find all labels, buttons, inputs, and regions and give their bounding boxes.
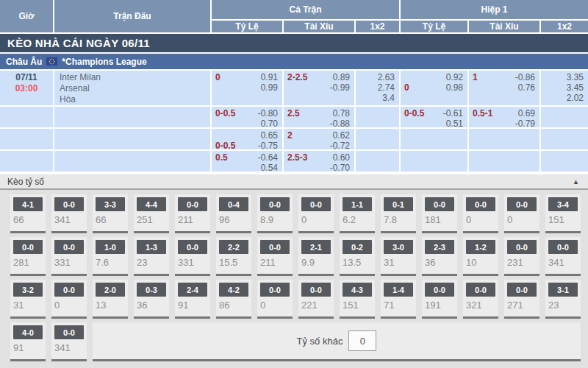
score-cell[interactable]: 3-231: [10, 280, 46, 319]
odds-value: 2.74: [378, 82, 395, 93]
score-cell[interactable]: 0-0211: [175, 194, 210, 233]
score-cell[interactable]: 0-0281: [10, 237, 46, 276]
ft-over-under-cell[interactable]: 2-2.50.89-0.99: [284, 71, 354, 105]
h1-handicap-cell[interactable]: 0.9200.98: [401, 71, 467, 105]
match-cell[interactable]: Inter MilanArsenalHòa: [54, 71, 210, 105]
odds-line: 0.76: [473, 82, 535, 93]
ft-1x2-cell[interactable]: 2.632.743.4: [356, 71, 399, 105]
odds-value: 0.89: [333, 72, 350, 82]
h1-over-under-cell[interactable]: 0.5-10.69-0.79: [469, 107, 539, 127]
score-cell[interactable]: 0-0191: [422, 280, 457, 319]
col-group-first-half: Hiệp 1: [401, 0, 588, 19]
score-cell[interactable]: 0-0221: [298, 280, 334, 319]
handicap-value: 2-2.5: [287, 72, 307, 82]
score-cell[interactable]: 1-471: [381, 280, 416, 319]
score-cell[interactable]: 0-0341: [51, 194, 87, 233]
ft-handicap-cell[interactable]: 0-0.5-0.800.70: [212, 107, 282, 127]
score-badge: 0-0: [178, 197, 207, 211]
time-cell: [0, 107, 53, 127]
score-cell[interactable]: 4-091: [10, 322, 46, 361]
score-cell[interactable]: 2-336: [422, 237, 457, 276]
score-cell[interactable]: 0-00: [463, 194, 498, 233]
score-cell[interactable]: 4-166: [10, 194, 46, 233]
time-cell: [0, 129, 53, 149]
h1-1x2-cell: [541, 107, 588, 127]
score-cell[interactable]: 3-123: [545, 280, 581, 319]
score-cell[interactable]: 0-213.5: [340, 237, 375, 276]
odds-line: 0.51: [404, 118, 463, 127]
score-odds: 23: [548, 300, 581, 311]
odds-line: 0.70: [215, 118, 278, 127]
score-cell[interactable]: 0-17.8: [381, 194, 416, 233]
ft-over-under-cell[interactable]: 20.62-0.72: [284, 129, 354, 149]
score-badge: 1-2: [466, 240, 495, 254]
score-odds: 7.6: [96, 257, 128, 268]
score-grid: 4-1660-03413-3664-42510-02110-4960-08.90…: [0, 190, 588, 368]
score-cell[interactable]: 1-210: [463, 237, 498, 276]
score-badge: 2-1: [301, 240, 331, 254]
date-banner: KÈO NHÀ CÁI NGÀY 06/11: [0, 34, 588, 52]
score-badge: 0-0: [178, 240, 207, 254]
odds-value: 0.78: [333, 108, 350, 118]
score-cell[interactable]: 0-336: [134, 280, 169, 319]
score-cell[interactable]: 2-491: [175, 280, 210, 319]
other-score-input[interactable]: 0: [348, 330, 376, 351]
score-badge: 1-1: [343, 197, 372, 211]
odds-line: 0.5-0.64: [215, 152, 278, 163]
odds-line: 2-2.50.89: [287, 72, 350, 82]
score-cell[interactable]: 0-00: [51, 280, 87, 319]
score-cell[interactable]: 0-0211: [257, 237, 293, 276]
score-cell[interactable]: 2-215.5: [216, 237, 251, 276]
ft-handicap-cell[interactable]: 00.910.99: [212, 71, 282, 105]
ft-over-under-cell[interactable]: 2.50.78-0.88: [284, 107, 354, 127]
score-cell[interactable]: 1-07.6: [93, 237, 128, 276]
score-cell[interactable]: 0-08.9: [257, 194, 293, 233]
score-cell[interactable]: 0-00: [504, 194, 539, 233]
h1-1x2-cell[interactable]: 3.353.452.02: [541, 71, 588, 105]
odds-line: 2.5-30.60: [287, 152, 350, 163]
ft-handicap-cell[interactable]: 0.5-0.640.54: [212, 151, 282, 171]
score-cell[interactable]: 0-0341: [545, 237, 581, 276]
score-cell[interactable]: 1-323: [134, 237, 169, 276]
h1-handicap-cell[interactable]: 0-0.5-0.610.51: [401, 107, 467, 127]
score-cell[interactable]: 1-16.2: [340, 194, 375, 233]
score-cell[interactable]: 0-00: [298, 194, 334, 233]
h1-over-under-cell[interactable]: 1-0.860.76: [469, 71, 539, 105]
score-cell[interactable]: 4-4251: [134, 194, 169, 233]
odds-line: 2.02: [545, 93, 584, 103]
score-odds: 31: [384, 257, 416, 268]
score-section-header[interactable]: Kèo tỷ số ▲: [0, 174, 588, 190]
score-cell[interactable]: 0-0331: [175, 237, 210, 276]
score-cell[interactable]: 2-19.9: [298, 237, 334, 276]
score-odds: 8.9: [260, 214, 293, 225]
score-cell[interactable]: 0-0271: [504, 280, 539, 319]
score-badge: 0-0: [425, 283, 454, 297]
score-cell[interactable]: 4-3151: [340, 280, 375, 319]
score-cell[interactable]: 0-00: [257, 280, 293, 319]
score-cell[interactable]: 3-031: [381, 237, 416, 276]
score-odds: 341: [54, 214, 87, 225]
score-cell[interactable]: 0-0181: [422, 194, 457, 233]
score-cell[interactable]: 0-0331: [51, 237, 87, 276]
score-cell[interactable]: 3-366: [93, 194, 128, 233]
score-cell[interactable]: 4-286: [216, 280, 251, 319]
score-cell[interactable]: 3-4151: [545, 194, 581, 233]
ft-handicap-cell[interactable]: 0.650-0.5-0.75: [212, 129, 282, 149]
league-bar[interactable]: Châu Âu *Champions League: [0, 54, 588, 69]
h1-1x2-cell: [541, 129, 588, 149]
score-odds: 281: [13, 257, 46, 268]
collapse-arrow-icon[interactable]: ▲: [573, 178, 579, 185]
league-region: Châu Âu: [6, 57, 42, 67]
odds-value: -0.80: [258, 108, 278, 118]
score-cell[interactable]: 0-496: [216, 194, 251, 233]
score-cell[interactable]: 0-0231: [504, 237, 539, 276]
odds-line: 3.4: [359, 93, 395, 103]
score-odds: 31: [13, 300, 46, 311]
score-cell[interactable]: 0-0341: [51, 322, 87, 361]
odds-value: 0.70: [261, 118, 278, 127]
score-cell[interactable]: 0-0321: [463, 280, 498, 319]
score-cell[interactable]: 2-013: [93, 280, 128, 319]
odds-value: 0.98: [446, 82, 463, 93]
score-badge: 0-4: [219, 197, 248, 211]
ft-over-under-cell[interactable]: 2.5-30.60-0.70: [284, 151, 354, 171]
